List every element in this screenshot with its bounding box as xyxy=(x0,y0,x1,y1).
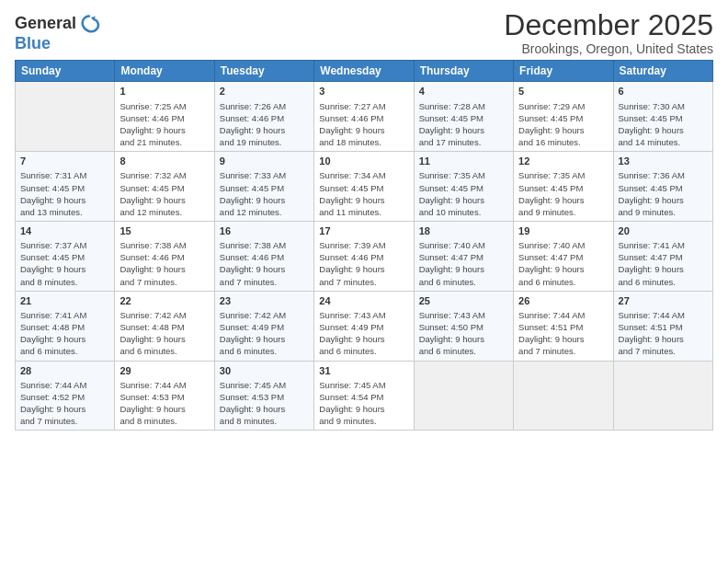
calendar-cell: 23Sunrise: 7:42 AMSunset: 4:49 PMDayligh… xyxy=(214,291,313,361)
day-number: 21 xyxy=(20,294,109,308)
day-info: Sunrise: 7:27 AMSunset: 4:46 PMDaylight:… xyxy=(319,100,408,148)
location: Brookings, Oregon, United States xyxy=(504,41,713,56)
calendar-cell: 15Sunrise: 7:38 AMSunset: 4:46 PMDayligh… xyxy=(115,221,214,291)
day-number: 27 xyxy=(619,294,708,308)
day-info: Sunrise: 7:38 AMSunset: 4:46 PMDaylight:… xyxy=(220,239,309,287)
week-row-0: 1Sunrise: 7:25 AMSunset: 4:46 PMDaylight… xyxy=(16,82,713,152)
day-info: Sunrise: 7:31 AMSunset: 4:45 PMDaylight:… xyxy=(20,169,109,217)
day-info: Sunrise: 7:43 AMSunset: 4:49 PMDaylight:… xyxy=(319,309,408,357)
logo-icon xyxy=(78,13,100,35)
day-number: 25 xyxy=(419,294,508,308)
calendar-cell: 4Sunrise: 7:28 AMSunset: 4:45 PMDaylight… xyxy=(414,82,513,152)
day-info: Sunrise: 7:43 AMSunset: 4:50 PMDaylight:… xyxy=(419,309,508,357)
calendar-cell: 11Sunrise: 7:35 AMSunset: 4:45 PMDayligh… xyxy=(414,152,513,222)
day-info: Sunrise: 7:29 AMSunset: 4:45 PMDaylight:… xyxy=(518,100,608,148)
day-info: Sunrise: 7:25 AMSunset: 4:46 PMDaylight:… xyxy=(119,100,209,148)
day-number: 19 xyxy=(518,224,608,238)
day-number: 2 xyxy=(220,85,309,98)
day-info: Sunrise: 7:40 AMSunset: 4:47 PMDaylight:… xyxy=(419,239,508,287)
calendar-cell: 19Sunrise: 7:40 AMSunset: 4:47 PMDayligh… xyxy=(514,221,613,291)
weekday-header-friday: Friday xyxy=(514,61,613,82)
day-info: Sunrise: 7:44 AMSunset: 4:53 PMDaylight:… xyxy=(119,379,209,427)
logo-blue: Blue xyxy=(15,34,51,52)
calendar-cell: 3Sunrise: 7:27 AMSunset: 4:46 PMDaylight… xyxy=(314,82,414,152)
weekday-header-saturday: Saturday xyxy=(613,61,712,82)
day-info: Sunrise: 7:44 AMSunset: 4:51 PMDaylight:… xyxy=(518,309,608,357)
calendar-cell: 20Sunrise: 7:41 AMSunset: 4:47 PMDayligh… xyxy=(613,221,712,291)
calendar-cell: 28Sunrise: 7:44 AMSunset: 4:52 PMDayligh… xyxy=(16,361,115,431)
day-number: 8 xyxy=(119,155,209,168)
day-info: Sunrise: 7:40 AMSunset: 4:47 PMDaylight:… xyxy=(518,239,608,287)
calendar-cell: 2Sunrise: 7:26 AMSunset: 4:46 PMDaylight… xyxy=(214,82,313,152)
day-number: 31 xyxy=(319,364,408,378)
calendar-cell: 16Sunrise: 7:38 AMSunset: 4:46 PMDayligh… xyxy=(214,221,313,291)
calendar-cell: 25Sunrise: 7:43 AMSunset: 4:50 PMDayligh… xyxy=(414,291,513,361)
day-info: Sunrise: 7:45 AMSunset: 4:53 PMDaylight:… xyxy=(220,379,309,427)
day-number: 14 xyxy=(20,224,109,238)
header: General Blue December 2025 Brookings, Or… xyxy=(15,9,713,56)
calendar-cell xyxy=(16,82,115,152)
weekday-header-tuesday: Tuesday xyxy=(214,61,313,82)
day-number: 5 xyxy=(518,85,608,98)
day-info: Sunrise: 7:33 AMSunset: 4:45 PMDaylight:… xyxy=(220,169,309,217)
day-info: Sunrise: 7:35 AMSunset: 4:45 PMDaylight:… xyxy=(518,169,608,217)
calendar-cell: 18Sunrise: 7:40 AMSunset: 4:47 PMDayligh… xyxy=(414,221,513,291)
calendar-cell xyxy=(613,361,712,431)
calendar-cell: 9Sunrise: 7:33 AMSunset: 4:45 PMDaylight… xyxy=(214,152,313,222)
day-number: 6 xyxy=(619,85,708,98)
calendar-cell: 1Sunrise: 7:25 AMSunset: 4:46 PMDaylight… xyxy=(115,82,214,152)
day-info: Sunrise: 7:26 AMSunset: 4:46 PMDaylight:… xyxy=(220,100,309,148)
day-info: Sunrise: 7:41 AMSunset: 4:47 PMDaylight:… xyxy=(619,239,708,287)
day-number: 28 xyxy=(20,364,109,378)
calendar-cell: 29Sunrise: 7:44 AMSunset: 4:53 PMDayligh… xyxy=(115,361,214,431)
day-number: 16 xyxy=(220,224,309,238)
weekday-header-row: SundayMondayTuesdayWednesdayThursdayFrid… xyxy=(16,61,713,82)
day-number: 29 xyxy=(119,364,209,378)
day-info: Sunrise: 7:41 AMSunset: 4:48 PMDaylight:… xyxy=(20,309,109,357)
day-number: 11 xyxy=(419,155,508,168)
week-row-1: 7Sunrise: 7:31 AMSunset: 4:45 PMDaylight… xyxy=(16,152,713,222)
day-number: 1 xyxy=(119,85,209,98)
day-info: Sunrise: 7:38 AMSunset: 4:46 PMDaylight:… xyxy=(119,239,209,287)
day-number: 23 xyxy=(220,294,309,308)
day-number: 7 xyxy=(20,155,109,168)
day-number: 13 xyxy=(619,155,708,168)
week-row-3: 21Sunrise: 7:41 AMSunset: 4:48 PMDayligh… xyxy=(16,291,713,361)
calendar-cell: 13Sunrise: 7:36 AMSunset: 4:45 PMDayligh… xyxy=(613,152,712,222)
calendar-cell: 27Sunrise: 7:44 AMSunset: 4:51 PMDayligh… xyxy=(613,291,712,361)
day-number: 24 xyxy=(319,294,408,308)
day-number: 12 xyxy=(518,155,608,168)
logo: General Blue xyxy=(15,13,100,53)
day-info: Sunrise: 7:45 AMSunset: 4:54 PMDaylight:… xyxy=(319,379,408,427)
weekday-header-wednesday: Wednesday xyxy=(314,61,414,82)
day-info: Sunrise: 7:35 AMSunset: 4:45 PMDaylight:… xyxy=(419,169,508,217)
calendar-cell: 14Sunrise: 7:37 AMSunset: 4:45 PMDayligh… xyxy=(16,221,115,291)
weekday-header-thursday: Thursday xyxy=(414,61,513,82)
calendar-cell: 17Sunrise: 7:39 AMSunset: 4:46 PMDayligh… xyxy=(314,221,414,291)
day-number: 10 xyxy=(319,155,408,168)
week-row-2: 14Sunrise: 7:37 AMSunset: 4:45 PMDayligh… xyxy=(16,221,713,291)
calendar-cell: 5Sunrise: 7:29 AMSunset: 4:45 PMDaylight… xyxy=(514,82,613,152)
calendar-table: SundayMondayTuesdayWednesdayThursdayFrid… xyxy=(15,60,713,431)
day-info: Sunrise: 7:34 AMSunset: 4:45 PMDaylight:… xyxy=(319,169,408,217)
title-area: December 2025 Brookings, Oregon, United … xyxy=(504,9,713,56)
week-row-4: 28Sunrise: 7:44 AMSunset: 4:52 PMDayligh… xyxy=(16,361,713,431)
day-number: 30 xyxy=(220,364,309,378)
day-info: Sunrise: 7:42 AMSunset: 4:49 PMDaylight:… xyxy=(220,309,309,357)
calendar-cell: 30Sunrise: 7:45 AMSunset: 4:53 PMDayligh… xyxy=(214,361,313,431)
day-number: 4 xyxy=(419,85,508,98)
calendar-cell xyxy=(514,361,613,431)
calendar-cell: 21Sunrise: 7:41 AMSunset: 4:48 PMDayligh… xyxy=(16,291,115,361)
day-number: 26 xyxy=(518,294,608,308)
day-number: 9 xyxy=(220,155,309,168)
day-info: Sunrise: 7:42 AMSunset: 4:48 PMDaylight:… xyxy=(119,309,209,357)
day-info: Sunrise: 7:30 AMSunset: 4:45 PMDaylight:… xyxy=(619,100,708,148)
calendar-cell: 6Sunrise: 7:30 AMSunset: 4:45 PMDaylight… xyxy=(613,82,712,152)
month-title: December 2025 xyxy=(504,9,713,41)
day-number: 15 xyxy=(119,224,209,238)
day-number: 20 xyxy=(619,224,708,238)
calendar-cell: 8Sunrise: 7:32 AMSunset: 4:45 PMDaylight… xyxy=(115,152,214,222)
day-number: 22 xyxy=(119,294,209,308)
calendar-cell: 10Sunrise: 7:34 AMSunset: 4:45 PMDayligh… xyxy=(314,152,414,222)
logo-general: General xyxy=(15,15,76,33)
